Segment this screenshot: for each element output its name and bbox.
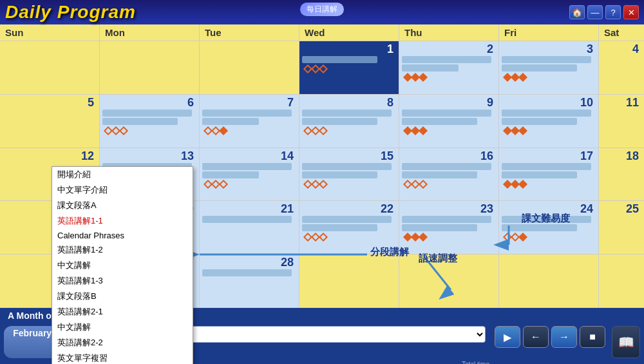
- cal-cell-29[interactable]: [299, 254, 399, 307]
- cal-cell-6[interactable]: 6: [100, 95, 200, 148]
- cal-cell-9[interactable]: 9: [399, 95, 499, 148]
- cal-cell-2[interactable]: 2: [399, 41, 499, 94]
- strip: [502, 110, 591, 117]
- strip: [102, 118, 178, 125]
- day-1: 1: [387, 43, 393, 56]
- strip: [402, 224, 477, 231]
- day-5: 5: [88, 96, 94, 110]
- day-7: 7: [287, 96, 294, 110]
- day-14: 14: [281, 149, 294, 163]
- strip: [302, 171, 377, 178]
- dropdown-item-CalendarPhrases[interactable]: Calendar Phrases: [52, 229, 193, 242]
- minimize-button[interactable]: —: [587, 5, 603, 19]
- cal-cell-32[interactable]: [599, 254, 644, 307]
- prev-button[interactable]: ←: [523, 326, 549, 348]
- book-button[interactable]: 📖: [612, 326, 640, 358]
- cal-cell-4[interactable]: 4: [599, 41, 644, 94]
- diamonds-24: [502, 234, 596, 240]
- cal-cell-28[interactable]: 28: [200, 254, 299, 307]
- strip: [502, 64, 577, 72]
- cal-cell-empty-tue1[interactable]: [200, 41, 299, 94]
- diamonds-6: [102, 128, 196, 134]
- cal-cell-11[interactable]: 11: [599, 95, 644, 148]
- timer-display: 00:24: [418, 361, 457, 364]
- cal-cell-empty-sun1[interactable]: [0, 41, 100, 94]
- col-fri: Fri: [499, 24, 599, 41]
- home-button[interactable]: 🏠: [569, 5, 585, 19]
- cal-cell-21[interactable]: 21: [200, 201, 299, 254]
- cal-cell-3[interactable]: 3: [499, 41, 599, 94]
- strip: [302, 163, 392, 170]
- cal-cell-empty-mon1[interactable]: [100, 41, 200, 94]
- diamonds-17: [502, 181, 596, 187]
- col-mon: Mon: [100, 24, 200, 41]
- cal-cell-8[interactable]: 8: [299, 95, 399, 148]
- total-time: Total time 23:56: [462, 361, 489, 364]
- strip: [402, 64, 459, 72]
- strip: [202, 171, 259, 178]
- dropdown-item-中文講解1[interactable]: 中文講解: [52, 258, 193, 273]
- cal-cell-15[interactable]: 15: [299, 148, 399, 201]
- cal-cell-18[interactable]: 18: [599, 148, 644, 201]
- diamond: [419, 233, 428, 242]
- diamond: [518, 233, 527, 242]
- stop-button[interactable]: ■: [580, 326, 605, 348]
- playback-controls: ▶ ← → ■: [495, 326, 605, 358]
- diamond: [319, 126, 328, 135]
- cal-cell-24[interactable]: 24: [499, 201, 599, 254]
- cal-cell-23[interactable]: 23: [399, 201, 499, 254]
- day-22: 22: [381, 202, 393, 216]
- dropdown-item-英語講解1-2[interactable]: 英語講解1-2: [52, 242, 193, 258]
- cal-row-1: 1 2: [0, 41, 644, 95]
- cal-cell-16[interactable]: 16: [399, 148, 499, 201]
- strip: [402, 56, 491, 63]
- diamond: [518, 126, 527, 135]
- next-button[interactable]: →: [551, 326, 577, 348]
- diamonds-22: [302, 234, 396, 240]
- help-button[interactable]: ?: [605, 5, 621, 19]
- cal-cell-5[interactable]: 5: [0, 95, 100, 148]
- day-15: 15: [381, 149, 393, 163]
- strip: [402, 216, 491, 223]
- total-label: Total time: [462, 361, 489, 364]
- cal-cell-10[interactable]: 10: [499, 95, 599, 148]
- diamonds-3: [502, 74, 596, 81]
- day-18: 18: [626, 149, 639, 163]
- cal-cell-31[interactable]: [499, 254, 599, 307]
- diamond: [219, 126, 228, 135]
- close-button[interactable]: ✕: [623, 5, 639, 19]
- dropdown-item-中文單字介紹[interactable]: 中文單字介紹: [52, 182, 193, 198]
- diamonds-14: [202, 181, 296, 187]
- day-16: 16: [480, 149, 493, 163]
- diamond: [319, 233, 328, 242]
- cal-cell-25[interactable]: 25: [599, 201, 644, 254]
- cal-cell-14[interactable]: 14: [200, 148, 299, 201]
- play-button[interactable]: ▶: [495, 326, 520, 348]
- day-17: 17: [580, 149, 593, 163]
- strip: [202, 110, 292, 117]
- day-21: 21: [281, 202, 294, 216]
- strip: [502, 56, 591, 63]
- daily-badge: 每日講解: [300, 3, 344, 16]
- strip: [502, 224, 577, 231]
- dropdown-item-英語講解2-2[interactable]: 英語講解2-2: [52, 335, 193, 350]
- dropdown-item-英文單字複習[interactable]: 英文單字複習: [52, 350, 193, 364]
- day-4: 4: [632, 43, 639, 56]
- dropdown-item-英語講解1-3[interactable]: 英語講解1-3: [52, 273, 193, 289]
- dropdown-item-英語講解2-1[interactable]: 英語講解2-1: [52, 304, 193, 320]
- cal-cell-17[interactable]: 17: [499, 148, 599, 201]
- cal-cell-7[interactable]: 7: [200, 95, 299, 148]
- dropdown-item-英語講解1-1[interactable]: 英語講解1-1: [52, 213, 193, 229]
- strip: [402, 110, 491, 117]
- dropdown-item-課文段落B[interactable]: 課文段落B: [52, 289, 193, 304]
- strip: [102, 110, 192, 117]
- day-9: 9: [487, 96, 493, 110]
- strip: [502, 171, 577, 178]
- diamond: [319, 64, 328, 73]
- dropdown-item-開場介紹[interactable]: 開場介紹: [52, 167, 193, 182]
- day-6: 6: [187, 96, 194, 110]
- dropdown-item-課文段落A[interactable]: 課文段落A: [52, 198, 193, 213]
- cal-cell-1[interactable]: 1: [299, 41, 399, 94]
- dropdown-item-中文講解2[interactable]: 中文講解: [52, 320, 193, 335]
- main-title: Daily Program: [5, 2, 136, 23]
